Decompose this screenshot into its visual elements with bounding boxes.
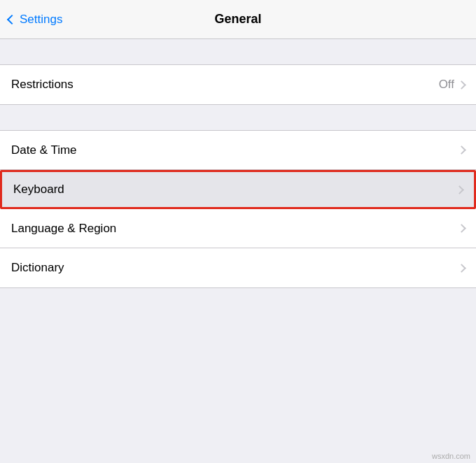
date-time-right	[458, 147, 465, 153]
back-button[interactable]: Settings	[8, 13, 62, 27]
chevron-right-icon	[457, 80, 466, 90]
language-region-right	[458, 225, 465, 232]
restrictions-right: Off	[439, 78, 465, 92]
restrictions-value: Off	[439, 78, 454, 92]
chevron-right-icon	[457, 145, 466, 155]
restrictions-label: Restrictions	[11, 78, 74, 92]
dictionary-label: Dictionary	[11, 261, 64, 275]
dictionary-row[interactable]: Dictionary	[0, 248, 476, 287]
section-gap-2	[0, 105, 476, 130]
restrictions-group: Restrictions Off	[0, 64, 476, 105]
keyboard-row[interactable]: Keyboard	[0, 170, 476, 209]
main-group: Date & Time Keyboard Language & Region D…	[0, 130, 476, 288]
header: Settings General	[0, 0, 476, 39]
chevron-right-icon	[457, 264, 466, 273]
restrictions-row[interactable]: Restrictions Off	[0, 65, 476, 104]
watermark: wsxdn.com	[432, 452, 470, 460]
keyboard-label: Keyboard	[13, 183, 64, 197]
chevron-left-icon	[7, 15, 17, 24]
language-region-row[interactable]: Language & Region	[0, 209, 476, 248]
page-title: General	[214, 12, 261, 27]
page-wrapper: Settings General Restrictions Off Date &…	[0, 0, 476, 463]
keyboard-right	[456, 187, 463, 193]
back-label: Settings	[20, 13, 62, 27]
dictionary-right	[458, 265, 465, 271]
chevron-right-icon	[455, 185, 464, 194]
section-gap-1	[0, 39, 476, 64]
chevron-right-icon	[457, 224, 466, 233]
language-region-label: Language & Region	[11, 222, 116, 236]
date-time-row[interactable]: Date & Time	[0, 131, 476, 170]
date-time-label: Date & Time	[11, 143, 77, 157]
